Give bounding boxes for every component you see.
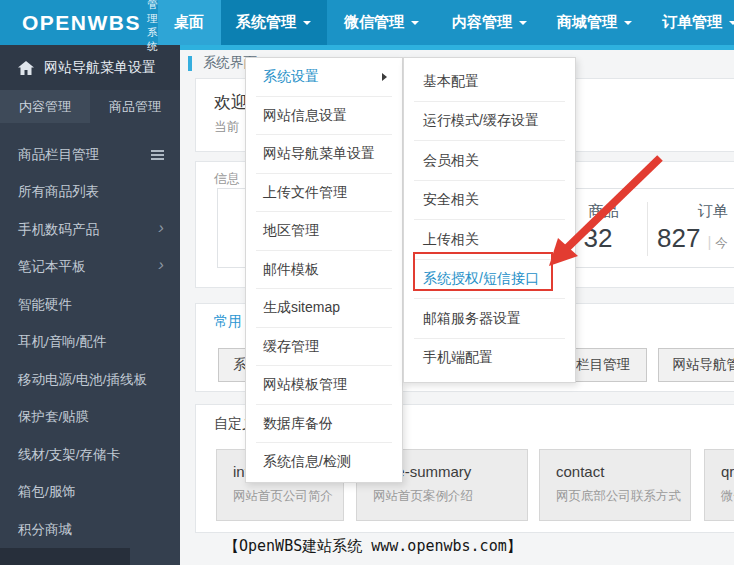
dropdown-menu-item[interactable]: 系统信息/检测: [246, 443, 402, 482]
sidebar-item[interactable]: 智能硬件 ›: [0, 286, 180, 324]
submenu-item-label: 运行模式/缓存设置: [423, 112, 539, 130]
logo-suffix: 管理系统: [147, 0, 158, 54]
sidebar-item-label: 手机数码产品: [18, 221, 99, 239]
dropdown-menu-item[interactable]: 网站信息设置: [246, 97, 402, 136]
dropdown-menu-item[interactable]: 生成sitemap: [246, 289, 402, 328]
dropdown-menu-item-label: 网站导航菜单设置: [263, 145, 375, 163]
sidebar-item[interactable]: 积分商城 ›: [0, 511, 180, 549]
dropdown-menu-item[interactable]: 网站导航菜单设置: [246, 135, 402, 174]
sidebar-partial-item: [0, 548, 130, 565]
dropdown-menu-item[interactable]: 缓存管理: [246, 328, 402, 367]
list-grid-icon: [151, 150, 164, 160]
caret-down-icon: [303, 21, 311, 29]
chevron-right-icon: ›: [158, 256, 164, 276]
stat-column: 订单 827|今: [647, 202, 734, 256]
dropdown-menu-item-label: 数据库备份: [263, 415, 333, 433]
submenu-arrow-icon: [382, 73, 391, 81]
dropdown-menu-item[interactable]: 邮件模板: [246, 251, 402, 290]
watermark-text: 【OpenWBS建站系统 www.openwbs.com】: [224, 537, 522, 556]
top-nav: 桌面 系统管理 微信管理 内容管理: [158, 0, 734, 45]
system-settings-submenu: 基本配置 运行模式/缓存设置 会员相关 安全相关 上传相关 系统授权/短信接口: [403, 57, 576, 383]
sidebar-menu: 商品栏目管理 › 所有商品列表 › 手机数码产品 › 笔记本平板: [0, 123, 180, 549]
top-nav-tab[interactable]: 系统管理: [221, 0, 327, 45]
submenu-item[interactable]: 邮箱服务器设置: [404, 299, 575, 339]
submenu-item[interactable]: 基本配置: [404, 62, 575, 102]
stat-separator: |: [707, 233, 711, 250]
stat-value: 827: [657, 223, 700, 253]
sidebar-title-label: 网站导航菜单设置: [44, 59, 156, 77]
caret-down-icon: [411, 21, 419, 29]
dropdown-menu-item-label: 网站模板管理: [263, 376, 347, 394]
sidebar-tabs: 内容管理 商品管理: [0, 90, 180, 123]
dropdown-menu-item-label: 系统设置: [263, 68, 319, 86]
sidebar-item[interactable]: 手机数码产品 ›: [0, 211, 180, 249]
submenu-item-label: 安全相关: [423, 191, 479, 209]
sidebar-item-label: 耳机/音响/配件: [18, 333, 107, 351]
sidebar-item-label: 移动电源/电池/插线板: [18, 371, 147, 389]
home-icon: [18, 61, 34, 75]
top-nav-tab[interactable]: 桌面: [158, 0, 221, 45]
stat-value: 32: [584, 223, 613, 253]
top-nav-tab-label: 微信管理: [344, 13, 404, 32]
top-nav-tab[interactable]: 商城管理: [543, 0, 647, 45]
sidebar-item-label: 线材/支架/存储卡: [18, 446, 120, 464]
quick-actions-title: 常用: [214, 313, 242, 331]
sidebar-tab-label: 商品管理: [109, 98, 161, 116]
sidebar-item[interactable]: 耳机/音响/配件 ›: [0, 324, 180, 362]
top-nav-tab-label: 商城管理: [557, 13, 617, 32]
dropdown-menu-item[interactable]: 数据库备份: [246, 405, 402, 444]
info-panel-title: 信息: [214, 170, 240, 188]
submenu-item-label: 邮箱服务器设置: [423, 310, 521, 328]
sidebar-item-label: 商品栏目管理: [18, 146, 99, 164]
quick-action-button[interactable]: 网站导航管理: [658, 348, 734, 382]
sidebar-item[interactable]: 移动电源/电池/插线板 ›: [0, 361, 180, 399]
submenu-item[interactable]: 运行模式/缓存设置: [404, 102, 575, 142]
logo: OPENWBS 管理系统: [0, 0, 158, 45]
custom-card-name: contact: [556, 463, 690, 480]
submenu-item[interactable]: 安全相关: [404, 181, 575, 221]
welcome-title: 欢迎: [214, 91, 248, 114]
caret-down-icon: [624, 21, 632, 29]
submenu-item-label: 上传相关: [423, 231, 479, 249]
dropdown-menu-item[interactable]: 系统设置: [246, 58, 402, 97]
sidebar-item[interactable]: 商品栏目管理 ›: [0, 136, 180, 174]
top-nav-tab[interactable]: 微信管理: [327, 0, 437, 45]
dropdown-menu-item[interactable]: 网站模板管理: [246, 366, 402, 405]
dropdown-menu-item-label: 网站信息设置: [263, 107, 347, 125]
dropdown-menu-item[interactable]: 地区管理: [246, 212, 402, 251]
custom-card-desc: 网站首页案例介绍: [373, 488, 527, 505]
sidebar-item[interactable]: 笔记本平板 ›: [0, 249, 180, 287]
dropdown-menu-item-label: 系统信息/检测: [263, 453, 351, 471]
custom-card-desc: 微信: [721, 488, 734, 505]
top-nav-tab-label: 系统管理: [236, 13, 296, 32]
sidebar-tab[interactable]: 内容管理: [0, 90, 90, 123]
top-nav-tab-label: 桌面: [174, 13, 204, 32]
sidebar-item-label: 保护套/贴膜: [18, 408, 89, 426]
sidebar-item[interactable]: 箱包/服饰 ›: [0, 474, 180, 512]
top-nav-tab[interactable]: 内容管理: [437, 0, 543, 45]
dropdown-menu-item[interactable]: 上传文件管理: [246, 174, 402, 213]
logo-text: OPENWBS: [22, 11, 141, 35]
annotation-highlight-box: [413, 252, 553, 291]
sidebar-item[interactable]: 所有商品列表 ›: [0, 174, 180, 212]
caret-down-icon: [519, 21, 527, 29]
submenu-item[interactable]: 会员相关: [404, 141, 575, 181]
custom-card-name: qrcode: [721, 463, 734, 480]
sidebar: 网站导航菜单设置 内容管理 商品管理 商品栏目管理 ›: [0, 45, 180, 565]
submenu-item[interactable]: 手机端配置: [404, 339, 575, 379]
custom-card-desc: 网站首页公司简介: [233, 488, 343, 505]
dropdown-menu-item-label: 上传文件管理: [263, 184, 347, 202]
dropdown-menu-item-label: 缓存管理: [263, 338, 319, 356]
top-nav-tab[interactable]: 订单管理: [647, 0, 734, 45]
sidebar-item[interactable]: 线材/支架/存储卡 ›: [0, 436, 180, 474]
content-top-strip: [180, 45, 734, 50]
top-nav-tab-label: 内容管理: [452, 13, 512, 32]
custom-card[interactable]: qrcode 微信: [704, 449, 734, 521]
sidebar-item[interactable]: 保护套/贴膜 ›: [0, 399, 180, 437]
dropdown-menu-item-label: 地区管理: [263, 222, 319, 240]
submenu-item-label: 基本配置: [423, 73, 479, 91]
dropdown-menu-item-label: 邮件模板: [263, 261, 319, 279]
custom-card[interactable]: contact 网页底部公司联系方式: [539, 449, 691, 521]
sidebar-item-label: 积分商城: [18, 521, 72, 539]
sidebar-tab[interactable]: 商品管理: [90, 90, 180, 123]
